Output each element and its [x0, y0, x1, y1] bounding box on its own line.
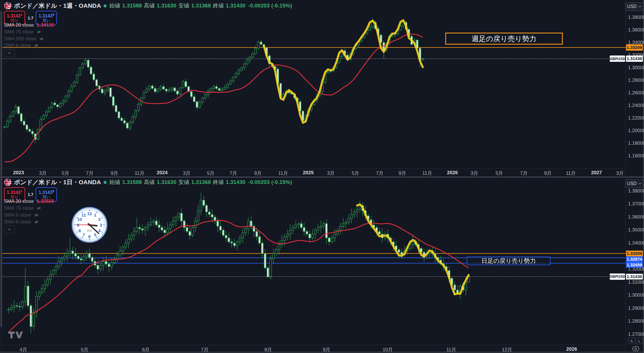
price-tick: 1.22000 [628, 115, 644, 121]
time-label: 9月 [544, 170, 552, 176]
close-label: 終値 [213, 2, 224, 9]
time-label: 11月 [446, 346, 456, 353]
price-tick: 1.26000 [628, 90, 644, 96]
indicator-sma200[interactable]: SMA 200 close [4, 36, 44, 42]
chevron-up-icon [8, 52, 11, 54]
high-value: 1.31630 [157, 3, 176, 9]
eye-off-icon[interactable] [34, 213, 39, 217]
indicator-label: SMA 9 close [4, 43, 31, 48]
time-label: 3月 [39, 170, 47, 176]
price-tick: 1.31000 [628, 279, 644, 285]
time-label: 5月 [496, 170, 503, 176]
highlight-path[interactable] [264, 20, 423, 123]
time-label: 9月 [111, 170, 118, 176]
time-label: 3月 [471, 170, 478, 176]
svg-text:1: 1 [94, 213, 96, 217]
weekly-symbol-title[interactable]: ポンド／米ドル・1週・OANDA [14, 2, 101, 10]
high-label: 高値 [144, 179, 155, 186]
price-axis[interactable]: 1.380001.360001.340001.320001.300001.280… [626, 0, 643, 352]
open-value: 1.31588 [122, 179, 142, 185]
collapse-indicators-button[interactable] [4, 226, 15, 233]
daily-symbol-title[interactable]: ポンド／米ドル・1日・OANDA [14, 178, 101, 186]
indicator-sma9[interactable]: SMA 9 close [4, 212, 39, 218]
time-label: 11月 [135, 170, 145, 176]
weekly-annotation-box[interactable]: 週足の戻り売り勢力 [445, 33, 563, 45]
weekly-currency-selector[interactable]: USD [625, 2, 643, 11]
time-label: 2025 [303, 170, 314, 176]
weekly-ohlc-values: 始値1.31588 高値1.31630 安値1.31368 終値1.31430 … [109, 2, 292, 9]
time-label: 5月 [207, 170, 214, 176]
eye-off-icon[interactable] [39, 37, 44, 41]
time-label: 7月 [230, 170, 237, 176]
svg-text:12: 12 [87, 211, 92, 216]
close-value: 1.31430 [226, 3, 245, 9]
market-status-dot [104, 181, 107, 184]
time-label: 7月 [376, 170, 383, 176]
analog-clock-widget[interactable]: 123456789101112AM [71, 206, 108, 243]
eye-off-icon[interactable] [34, 43, 39, 47]
daily-ohlc-values: 始値1.31588 高値1.31630 安値1.31368 終値1.31430 … [109, 179, 292, 186]
time-label: 2027 [591, 170, 602, 176]
low-label: 安値 [178, 2, 189, 9]
daily-currency-selector[interactable]: USD [625, 179, 643, 188]
daily-time-axis[interactable]: 4月5月6月7月8月9月10月11月12月2026 [2, 345, 625, 353]
price-chart-canvas[interactable] [0, 0, 644, 353]
eye-off-icon[interactable] [34, 220, 39, 224]
time-label: 11月 [422, 170, 432, 176]
chevron-up-icon [8, 229, 11, 231]
svg-text:6: 6 [88, 234, 91, 239]
time-label: 9月 [323, 346, 330, 353]
log-scale-button[interactable]: L [636, 338, 643, 344]
weekly-time-axis[interactable]: 20233月5月7月9月11月20243月5月7月9月11月20253月5月7月… [2, 168, 625, 176]
daily-annotation-box[interactable]: 日足の戻り売り勢力 [467, 257, 550, 265]
indicator-sma20[interactable]: SMA 20 close 1.34135 [4, 22, 54, 28]
indicator-sma9-2[interactable]: SMA 9 close [4, 219, 39, 225]
gbpusd-flag-icon [4, 179, 11, 186]
price-tick: 1.30000 [628, 292, 644, 298]
collapse-indicators-button[interactable] [4, 49, 15, 57]
indicator-label: SMA 75 close [4, 205, 34, 211]
time-label: 11月 [566, 170, 576, 176]
price-tag-blue: 1.32874 [626, 256, 643, 262]
sma-20-line [5, 34, 423, 162]
change-value: -0.00203 (-0.15%) [248, 179, 292, 185]
spread-value: 1.7 [28, 192, 33, 197]
indicator-sma9[interactable]: SMA 9 close [4, 42, 39, 49]
market-status-dot [104, 4, 107, 7]
weekly-panel-header: ポンド／米ドル・1週・OANDA 始値1.31588 高値1.31630 安値1… [4, 2, 292, 10]
auto-scale-button[interactable]: A [628, 338, 635, 344]
time-label: 5月 [81, 346, 88, 353]
svg-text:11: 11 [82, 213, 86, 217]
price-tick: 1.34000 [628, 240, 644, 246]
high-label: 高値 [144, 2, 155, 9]
time-label: 2023 [13, 170, 24, 176]
symbol-price-chip: GBPUSD [610, 273, 625, 280]
eye-off-icon[interactable] [37, 30, 41, 34]
svg-text:AM: AM [87, 229, 92, 232]
svg-text:4: 4 [98, 228, 101, 233]
time-label: 2026 [566, 346, 577, 352]
time-label: 9月 [254, 170, 262, 176]
axis-settings-icon[interactable] [631, 346, 640, 353]
price-tick: 1.16000 [628, 153, 644, 159]
svg-text:3: 3 [100, 223, 102, 227]
time-label: 3月 [327, 170, 335, 176]
daily-annotation-text: 日足の戻り売り勢力 [481, 257, 536, 265]
price-tick: 1.35000 [628, 227, 644, 233]
indicator-sma75[interactable]: SMA 75 close [4, 205, 41, 211]
indicator-value: 1.32555 [37, 199, 54, 204]
gbpusd-flag-icon [4, 2, 11, 9]
time-label: 12月 [502, 346, 512, 353]
time-label: 10月 [383, 346, 393, 353]
indicator-sma75[interactable]: SMA 75 close [4, 29, 41, 35]
time-label: 11月 [278, 170, 288, 176]
price-tick: 1.24000 [628, 103, 644, 108]
tradingview-logo[interactable] [7, 331, 23, 340]
daily-panel-header: ポンド／米ドル・1日・OANDA 始値1.31588 高値1.31630 安値1… [4, 178, 292, 186]
eye-off-icon[interactable] [37, 206, 41, 210]
time-label: 7月 [520, 170, 528, 176]
time-label: 9月 [399, 170, 406, 176]
price-tick: 1.27000 [628, 332, 644, 337]
price-tick: 1.20000 [628, 128, 644, 134]
indicator-sma20[interactable]: SMA 20 close 1.32555 [4, 198, 54, 205]
